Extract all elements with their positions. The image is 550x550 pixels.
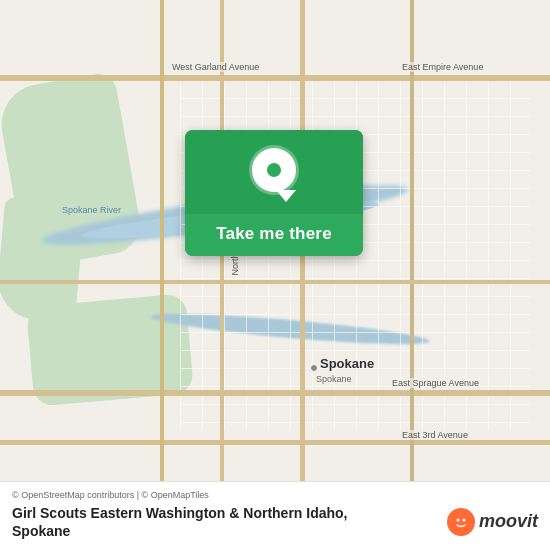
bottom-bar: © OpenStreetMap contributors | © OpenMap… — [0, 481, 550, 550]
river-label: Spokane River — [60, 205, 123, 215]
sprague-avenue-road — [0, 390, 550, 396]
west-road-1 — [160, 0, 164, 550]
third-label: East 3rd Avenue — [400, 430, 470, 440]
bottom-info-row: Girl Scouts Eastern Washington & Norther… — [12, 504, 538, 540]
moovit-svg-icon — [451, 512, 471, 532]
svg-point-2 — [462, 518, 465, 521]
mid-road — [0, 280, 550, 284]
take-me-there-button[interactable]: Take me there — [185, 214, 363, 256]
city-label-small: Spokane — [316, 374, 352, 384]
city-label-main: Spokane — [320, 356, 374, 371]
spokane-city-dot — [310, 364, 318, 372]
svg-point-1 — [456, 518, 459, 521]
division-street-road — [300, 0, 305, 550]
action-card-icon-area — [185, 130, 363, 214]
garland-label: West Garland Avenue — [170, 62, 261, 72]
sprague-label: East Sprague Avenue — [390, 378, 481, 388]
svg-point-0 — [452, 513, 470, 531]
location-title-line1: Girl Scouts Eastern Washington & Norther… — [12, 504, 348, 522]
action-card[interactable]: Take me there — [185, 130, 363, 256]
east-road-1 — [410, 0, 414, 550]
empire-label: East Empire Avenue — [400, 62, 485, 72]
location-pin-icon — [252, 148, 296, 200]
location-title-line2: Spokane — [12, 522, 348, 540]
garland-avenue-road — [0, 75, 550, 81]
third-avenue-road — [0, 440, 550, 445]
location-title-block: Girl Scouts Eastern Washington & Norther… — [12, 504, 348, 540]
map-container: West Garland Avenue East Empire Avenue N… — [0, 0, 550, 550]
moovit-logo: moovit — [447, 508, 538, 536]
maple-street-road — [220, 0, 224, 550]
map-attribution: © OpenStreetMap contributors | © OpenMap… — [12, 490, 538, 500]
moovit-text-label: moovit — [479, 511, 538, 532]
moovit-face-icon — [447, 508, 475, 536]
